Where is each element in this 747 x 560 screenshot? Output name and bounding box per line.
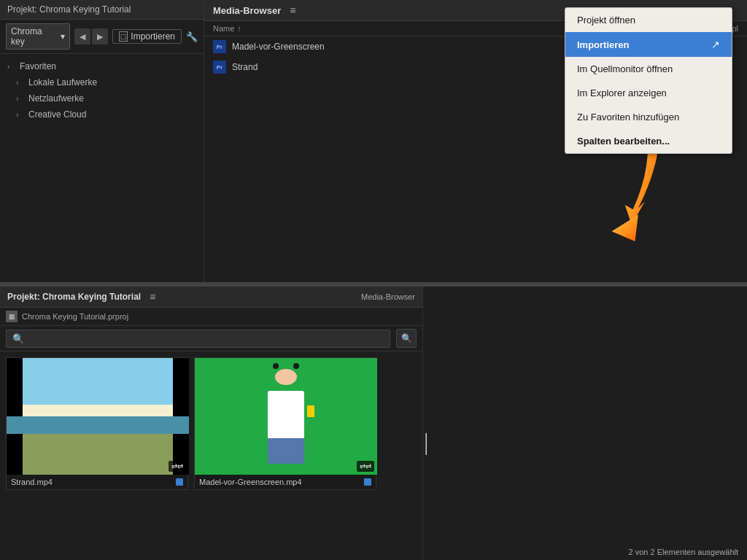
thumbnail-filename: Madel-vor-Greenscreen.mp4 [199, 478, 302, 486]
tree-item-label: Lokale Laufwerke [28, 77, 97, 88]
import-folder-icon: □ [119, 31, 128, 42]
name-col-label: Name [213, 24, 234, 33]
thumbnail-strand-image: ⇄⇄ [7, 358, 189, 475]
chevron-icon: › [7, 63, 16, 71]
menu-item-label: Projekt öffnen [577, 15, 635, 26]
projekt-menu-icon[interactable]: ≡ [150, 291, 155, 303]
person-leg-right [287, 438, 304, 464]
tree-item-label: Favoriten [20, 61, 56, 71]
file-icon-pr: Pr [213, 40, 226, 53]
media-browser-tab[interactable]: Media-Browser [361, 292, 415, 301]
location-dropdown[interactable]: Chroma key ▾ [6, 23, 70, 50]
tree-item-creative-cloud[interactable]: › Creative Cloud [0, 106, 204, 122]
chevron-icon: › [16, 79, 25, 87]
thumbnail-green-label: Madel-vor-Greenscreen.mp4 [195, 475, 376, 489]
tree-item-label: Netzlaufwerke [28, 93, 84, 104]
tree-item-lokale-laufwerke[interactable]: › Lokale Laufwerke [0, 74, 204, 90]
menu-item-label: Importieren [577, 39, 630, 50]
file-name: Madel-vor-Greenscreen [232, 42, 325, 52]
clip-type-icon: ⇄⇄ [169, 461, 186, 472]
search-filter-icon: 🔍 [401, 333, 412, 343]
person-head [275, 369, 297, 385]
chevron-icon: › [16, 95, 25, 103]
menu-item-label: Im Quellmonitor öffnen [577, 63, 673, 74]
context-menu-item-projekt-oeffnen[interactable]: Projekt öffnen [565, 8, 732, 32]
thumbnail-filename: Strand.mp4 [11, 478, 53, 486]
thumbnail-green-image: ⇄⇄ [195, 358, 377, 475]
context-menu: Projekt öffnen Importieren ↗ Im Quellmon… [565, 7, 732, 154]
project-title: Projekt: Chroma Keying Tutorial [7, 4, 131, 15]
greenscreen-image [195, 358, 377, 475]
bottom-panel: Projekt: Chroma Keying Tutorial ≡ Media-… [0, 287, 747, 560]
thumbnails-area: ⇄⇄ Strand.mp4 [0, 351, 422, 560]
import-button[interactable]: □ Importieren [112, 29, 182, 44]
context-menu-item-explorer[interactable]: Im Explorer anzeigen [565, 81, 732, 105]
person-body-area [268, 391, 304, 464]
chevron-icon: › [16, 111, 25, 119]
dropdown-chevron: ▾ [61, 31, 65, 42]
project-file-icon: ▦ [6, 311, 18, 322]
menu-item-label: Zu Favoriten hinzufügen [577, 112, 679, 122]
nav-forward-button[interactable]: ▶ [92, 28, 108, 44]
projekt-panel-title: Projekt: Chroma Keying Tutorial [7, 292, 141, 302]
menu-item-label: Im Explorer anzeigen [577, 88, 667, 98]
nav-back-button[interactable]: ◀ [74, 28, 90, 44]
menu-item-label: Spalten bearbeiten... [577, 136, 670, 147]
person-shirt [268, 391, 304, 438]
top-panel: Projekt: Chroma Keying Tutorial Chroma k… [0, 0, 747, 284]
context-menu-item-quellmonitor[interactable]: Im Quellmonitor öffnen [565, 57, 732, 81]
status-bar: 2 von 2 Elementen ausgewählt [629, 548, 738, 556]
beach-image [7, 358, 189, 475]
tree-navigation: › Favoriten › Lokale Laufwerke › Netzlau… [0, 54, 204, 282]
search-icon: 🔍 [12, 333, 24, 344]
person-jeans [268, 438, 304, 464]
project-panel-header: Projekt: Chroma Keying Tutorial [0, 0, 204, 20]
project-filename: Chroma Keying Tutorial.prproj [22, 312, 128, 321]
search-bar-area: 🔍 🔍 [0, 326, 422, 351]
search-filter-button[interactable]: 🔍 [396, 329, 417, 348]
sort-icon: ↑ [237, 24, 241, 33]
thumbnail-greenscreen[interactable]: ⇄⇄ Madel-vor-Greenscreen.mp4 [194, 357, 376, 490]
hair-bun-right [293, 363, 299, 369]
status-text: 2 von 2 Elementen ausgewählt [629, 548, 738, 556]
context-menu-item-favoriten[interactable]: Zu Favoriten hinzufügen [565, 105, 732, 129]
wrench-icon[interactable]: 🔧 [186, 31, 198, 42]
context-menu-item-importieren[interactable]: Importieren ↗ [565, 32, 732, 57]
person-leg-left [268, 438, 285, 464]
thumbnail-strand-label: Strand.mp4 [7, 475, 187, 489]
projekt-panel-header: Projekt: Chroma Keying Tutorial ≡ Media-… [0, 287, 422, 308]
phone-object [307, 405, 314, 417]
import-btn-label: Importieren [131, 31, 175, 42]
file-name: Strand [232, 62, 258, 72]
tree-item-label: Creative Cloud [28, 109, 86, 120]
bottom-right-panel [423, 287, 747, 560]
location-bar: Chroma key ▾ ◀ ▶ □ Importieren 🔧 [0, 20, 204, 54]
project-file-bar: ▦ Chroma Keying Tutorial.prproj [0, 308, 422, 326]
cursor-pointer-icon: ↗ [711, 39, 720, 50]
hair-buns [273, 363, 299, 369]
selection-badge [176, 478, 183, 486]
nav-arrows: ◀ ▶ [74, 28, 108, 44]
clip-type-icon: ⇄⇄ [357, 461, 374, 472]
context-menu-item-spalten[interactable]: Spalten bearbeiten... [565, 129, 732, 153]
search-input-field[interactable]: 🔍 [6, 330, 390, 348]
file-icon-pr: Pr [213, 61, 226, 74]
panel-menu-icon[interactable]: ≡ [290, 4, 295, 16]
media-browser-title: Media-Browser [213, 5, 281, 16]
projekt-panel: Projekt: Chroma Keying Tutorial ≡ Media-… [0, 287, 423, 560]
location-label: Chroma key [11, 26, 58, 47]
i-beam-cursor-icon: | [425, 429, 428, 456]
tree-item-netzlaufwerke[interactable]: › Netzlaufwerke [0, 90, 204, 106]
selection-badge [364, 478, 371, 486]
tree-item-favoriten[interactable]: › Favoriten [0, 58, 204, 74]
thumbnail-strand[interactable]: ⇄⇄ Strand.mp4 [6, 357, 188, 490]
person-figure [260, 369, 311, 464]
left-sidebar-top: Projekt: Chroma Keying Tutorial Chroma k… [0, 0, 204, 282]
hair-bun-left [273, 363, 279, 369]
beach-water [7, 416, 189, 434]
